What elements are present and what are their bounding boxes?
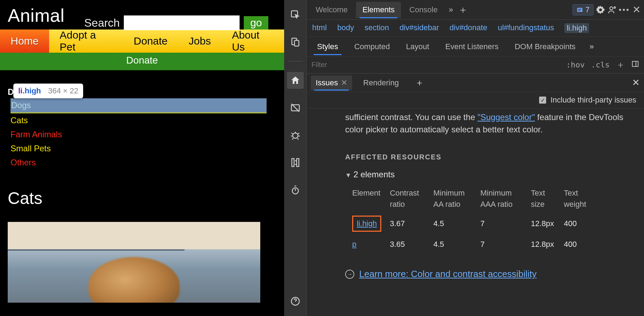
subtab-dombreakpoints[interactable]: DOM Breakpoints <box>508 39 582 55</box>
inspect-icon[interactable] <box>287 6 304 23</box>
learn-more-row: → Learn more: Color and contrast accessi… <box>345 268 634 281</box>
breadcrumb-item-selected[interactable]: li.high <box>564 23 589 33</box>
subtab-styles[interactable]: Styles <box>311 39 344 55</box>
more-icon[interactable]: ••• <box>619 5 629 15</box>
devtools-panels: Welcome Elements Console » ＋ 7 ••• ✕ htm… <box>307 0 644 316</box>
nav-home[interactable]: Home <box>0 29 49 53</box>
svg-rect-11 <box>578 10 581 11</box>
gear-icon[interactable] <box>596 5 605 15</box>
subtab-eventlisteners[interactable]: Event Listeners <box>439 39 505 55</box>
styles-filter-input[interactable] <box>311 61 560 69</box>
affected-resources-heading: AFFECTED RESOURCES <box>345 152 634 162</box>
more-subtabs-icon[interactable]: » <box>590 42 594 51</box>
table-header-row: Element Contrast ratio Minimum AA ratio … <box>352 185 604 212</box>
cell-contrast: 3.67 <box>390 212 433 235</box>
issues-options: ✓ Include third-party issues <box>307 92 644 108</box>
breadcrumb-item[interactable]: html <box>312 23 327 33</box>
svg-rect-10 <box>578 9 582 9</box>
issues-count: 7 <box>585 5 590 14</box>
add-tab-icon[interactable]: ＋ <box>458 5 468 15</box>
donate-banner[interactable]: Donate <box>0 53 284 70</box>
search-bar: Search go <box>84 15 268 30</box>
search-label: Search <box>84 17 120 29</box>
cell-aa: 4.5 <box>433 235 480 254</box>
image-off-icon[interactable] <box>287 99 304 116</box>
chevron-down-icon: ▼ <box>345 171 351 180</box>
tooltip-tag: li <box>18 86 22 95</box>
cls-toggle[interactable]: .cls <box>591 60 610 69</box>
drawer: Issues✕ Rendering ＋ ✕ ✓ Include third-pa… <box>307 73 644 281</box>
device-icon[interactable] <box>287 34 304 51</box>
drawer-tab-issues[interactable]: Issues✕ <box>311 75 352 90</box>
go-button[interactable]: go <box>244 16 268 29</box>
affected-count: 2 elements <box>354 170 395 179</box>
issues-badge[interactable]: 7 <box>572 4 593 15</box>
funding-list: Dogs Cats Farm Animals Small Pets Others <box>11 98 284 170</box>
cell-aaa: 7 <box>480 235 531 254</box>
transfer-icon[interactable] <box>287 154 304 171</box>
close-drawer-icon[interactable]: ✕ <box>632 77 640 88</box>
svg-rect-14 <box>632 61 638 66</box>
th-weight: Text weight <box>564 185 604 212</box>
affected-disclose[interactable]: ▼2 elements <box>345 169 634 181</box>
breadcrumb-item[interactable]: div#sidebar <box>400 23 439 33</box>
th-aa: Minimum AA ratio <box>433 185 480 212</box>
suggest-color-link[interactable]: "Suggest color" <box>477 112 535 122</box>
rendered-page: Animal Search go Home Adopt a Pet Donate… <box>0 0 284 316</box>
help-icon[interactable] <box>287 293 304 310</box>
tab-console[interactable]: Console <box>403 2 444 18</box>
drawer-tabstrip: Issues✕ Rendering ＋ ✕ <box>307 74 644 92</box>
breadcrumb-item[interactable]: section <box>364 23 389 33</box>
home-icon[interactable] <box>287 72 304 89</box>
drawer-tab-rendering[interactable]: Rendering <box>358 75 404 90</box>
include-tp-checkbox[interactable]: ✓ <box>539 97 546 104</box>
svg-rect-9 <box>577 8 582 12</box>
add-rule-icon[interactable]: ＋ <box>616 59 625 71</box>
affected-element-link[interactable]: li.high <box>352 216 381 232</box>
list-item[interactable]: Farm Animals <box>11 127 284 141</box>
subtab-computed[interactable]: Computed <box>348 39 396 55</box>
th-size: Text size <box>531 185 564 212</box>
table-row: li.high 3.67 4.5 7 12.8px 400 <box>352 212 604 235</box>
add-drawer-tab-icon[interactable]: ＋ <box>415 77 424 89</box>
tab-elements[interactable]: Elements <box>356 2 401 18</box>
tooltip-class: .high <box>22 86 41 95</box>
nav-jobs[interactable]: Jobs <box>178 29 221 53</box>
bug-icon[interactable] <box>287 127 304 144</box>
nav-about[interactable]: About Us <box>221 29 284 53</box>
search-input[interactable] <box>124 15 240 30</box>
tab-welcome[interactable]: Welcome <box>309 2 354 18</box>
sidebar-toggle-icon[interactable] <box>631 60 639 70</box>
table-row: p 3.65 4.5 7 12.8px 400 <box>352 235 604 254</box>
breadcrumb-item[interactable]: div#donate <box>450 23 488 33</box>
list-item[interactable]: Cats <box>11 113 284 127</box>
list-item[interactable]: Others <box>11 156 284 170</box>
affected-element-link[interactable]: p <box>352 240 356 249</box>
cell-size: 12.8px <box>531 235 564 254</box>
more-tabs-icon[interactable]: » <box>446 5 456 15</box>
drawer-tab-label: Issues <box>316 78 338 87</box>
account-icon[interactable] <box>608 5 617 15</box>
svg-point-4 <box>293 133 298 138</box>
dom-breadcrumb: html body section div#sidebar div#donate… <box>307 20 644 37</box>
nav-adopt[interactable]: Adopt a Pet <box>49 29 123 53</box>
list-item[interactable]: Dogs <box>11 98 267 113</box>
svg-rect-2 <box>294 40 299 46</box>
section-heading-cats: Cats <box>8 189 284 208</box>
breadcrumb-item[interactable]: ul#fundingstatus <box>498 23 554 33</box>
inspect-tooltip: li.high 364 × 22 <box>13 84 83 98</box>
cell-size: 12.8px <box>531 212 564 235</box>
breadcrumb-item[interactable]: body <box>337 23 354 33</box>
devtools: Welcome Elements Console » ＋ 7 ••• ✕ htm… <box>284 0 644 316</box>
hov-toggle[interactable]: :hov <box>566 60 585 69</box>
main-tabstrip: Welcome Elements Console » ＋ 7 ••• ✕ <box>307 0 644 20</box>
stopwatch-icon[interactable] <box>287 182 304 198</box>
nav-donate[interactable]: Donate <box>123 29 178 53</box>
close-icon[interactable]: ✕ <box>631 5 641 15</box>
close-drawer-tab-icon[interactable]: ✕ <box>341 78 347 87</box>
learn-more-link[interactable]: Learn more: Color and contrast accessibi… <box>359 268 537 281</box>
subtab-layout[interactable]: Layout <box>400 39 435 55</box>
cat-photo <box>8 222 260 303</box>
devtools-dock <box>284 0 307 316</box>
list-item[interactable]: Small Pets <box>11 141 284 156</box>
